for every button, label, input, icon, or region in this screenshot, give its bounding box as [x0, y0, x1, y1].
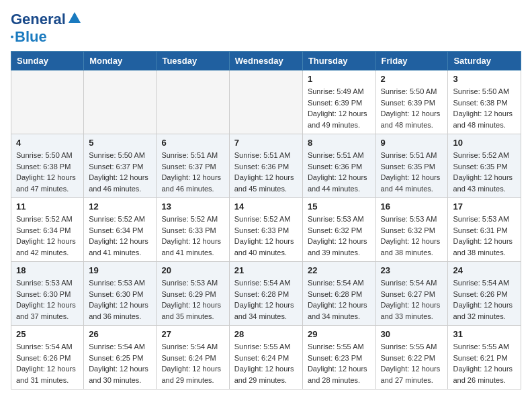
- calendar-week-1: 1Sunrise: 5:49 AM Sunset: 6:39 PM Daylig…: [11, 71, 521, 134]
- calendar-cell: [229, 71, 302, 134]
- day-info: Sunrise: 5:54 AM Sunset: 6:28 PM Dayligh…: [234, 277, 298, 322]
- calendar-cell: 19Sunrise: 5:53 AM Sunset: 6:30 PM Dayli…: [84, 262, 157, 326]
- calendar-cell: [157, 71, 229, 134]
- day-number: 17: [453, 201, 516, 212]
- day-number: 15: [308, 201, 371, 212]
- day-info: Sunrise: 5:52 AM Sunset: 6:33 PM Dayligh…: [161, 214, 224, 258]
- day-info: Sunrise: 5:54 AM Sunset: 6:24 PM Dayligh…: [161, 341, 224, 385]
- day-info: Sunrise: 5:55 AM Sunset: 6:21 PM Dayligh…: [453, 341, 516, 385]
- day-number: 21: [234, 265, 298, 275]
- day-info: Sunrise: 5:54 AM Sunset: 6:26 PM Dayligh…: [16, 341, 79, 385]
- day-number: 14: [234, 201, 298, 212]
- calendar-cell: 10Sunrise: 5:52 AM Sunset: 6:35 PM Dayli…: [448, 134, 521, 198]
- day-number: 22: [308, 265, 371, 275]
- calendar-cell: 8Sunrise: 5:51 AM Sunset: 6:36 PM Daylig…: [302, 134, 375, 198]
- day-info: Sunrise: 5:52 AM Sunset: 6:35 PM Dayligh…: [453, 150, 516, 194]
- day-info: Sunrise: 5:51 AM Sunset: 6:37 PM Dayligh…: [161, 150, 224, 194]
- day-number: 9: [381, 138, 443, 148]
- logo-triangle-icon: [69, 12, 81, 24]
- day-number: 16: [381, 201, 443, 212]
- day-info: Sunrise: 5:53 AM Sunset: 6:30 PM Dayligh…: [16, 277, 79, 322]
- day-info: Sunrise: 5:53 AM Sunset: 6:29 PM Dayligh…: [161, 277, 224, 322]
- day-info: Sunrise: 5:52 AM Sunset: 6:34 PM Dayligh…: [16, 214, 79, 258]
- day-number: 26: [89, 329, 151, 339]
- day-info: Sunrise: 5:54 AM Sunset: 6:25 PM Dayligh…: [89, 341, 151, 385]
- day-number: 12: [89, 201, 151, 212]
- day-info: Sunrise: 5:55 AM Sunset: 6:24 PM Dayligh…: [234, 341, 298, 385]
- calendar-cell: 28Sunrise: 5:55 AM Sunset: 6:24 PM Dayli…: [229, 326, 302, 390]
- day-number: 30: [381, 329, 443, 339]
- day-info: Sunrise: 5:50 AM Sunset: 6:38 PM Dayligh…: [453, 86, 516, 130]
- day-info: Sunrise: 5:52 AM Sunset: 6:33 PM Dayligh…: [234, 214, 298, 258]
- calendar-cell: 22Sunrise: 5:54 AM Sunset: 6:28 PM Dayli…: [302, 262, 375, 326]
- day-number: 18: [16, 265, 79, 275]
- calendar-cell: 9Sunrise: 5:51 AM Sunset: 6:35 PM Daylig…: [375, 134, 448, 198]
- calendar-cell: 4Sunrise: 5:50 AM Sunset: 6:38 PM Daylig…: [11, 134, 84, 198]
- day-number: 1: [308, 74, 371, 84]
- day-number: 6: [161, 138, 224, 148]
- day-number: 11: [16, 201, 79, 212]
- calendar-cell: 11Sunrise: 5:52 AM Sunset: 6:34 PM Dayli…: [11, 198, 84, 262]
- calendar-cell: 24Sunrise: 5:54 AM Sunset: 6:26 PM Dayli…: [448, 262, 521, 326]
- calendar-cell: 29Sunrise: 5:55 AM Sunset: 6:23 PM Dayli…: [302, 326, 375, 390]
- calendar-cell: 6Sunrise: 5:51 AM Sunset: 6:37 PM Daylig…: [157, 134, 229, 198]
- day-header-wednesday: Wednesday: [229, 52, 302, 71]
- calendar-cell: 2Sunrise: 5:50 AM Sunset: 6:39 PM Daylig…: [375, 71, 448, 134]
- calendar-header-row: SundayMondayTuesdayWednesdayThursdayFrid…: [11, 52, 521, 71]
- day-info: Sunrise: 5:50 AM Sunset: 6:37 PM Dayligh…: [89, 150, 151, 194]
- calendar-cell: 27Sunrise: 5:54 AM Sunset: 6:24 PM Dayli…: [157, 326, 229, 390]
- day-number: 19: [89, 265, 151, 275]
- day-number: 13: [161, 201, 224, 212]
- day-header-thursday: Thursday: [302, 52, 375, 71]
- day-number: 23: [381, 265, 443, 275]
- day-header-saturday: Saturday: [448, 52, 521, 71]
- day-number: 5: [89, 138, 151, 148]
- day-info: Sunrise: 5:51 AM Sunset: 6:35 PM Dayligh…: [381, 150, 443, 194]
- calendar-cell: [11, 71, 84, 134]
- day-number: 25: [16, 329, 79, 339]
- day-info: Sunrise: 5:51 AM Sunset: 6:36 PM Dayligh…: [234, 150, 298, 194]
- calendar-cell: 23Sunrise: 5:54 AM Sunset: 6:27 PM Dayli…: [375, 262, 448, 326]
- calendar-cell: 25Sunrise: 5:54 AM Sunset: 6:26 PM Dayli…: [11, 326, 84, 390]
- day-info: Sunrise: 5:54 AM Sunset: 6:26 PM Dayligh…: [453, 277, 516, 322]
- day-info: Sunrise: 5:53 AM Sunset: 6:31 PM Dayligh…: [453, 214, 516, 258]
- calendar-cell: 18Sunrise: 5:53 AM Sunset: 6:30 PM Dayli…: [11, 262, 84, 326]
- header: General Blue: [11, 11, 521, 46]
- day-info: Sunrise: 5:49 AM Sunset: 6:39 PM Dayligh…: [308, 86, 371, 130]
- day-number: 3: [453, 74, 516, 84]
- day-info: Sunrise: 5:55 AM Sunset: 6:23 PM Dayligh…: [308, 341, 371, 385]
- calendar-table: SundayMondayTuesdayWednesdayThursdayFrid…: [11, 51, 521, 390]
- day-header-monday: Monday: [84, 52, 157, 71]
- day-number: 28: [234, 329, 298, 339]
- svg-marker-0: [69, 12, 81, 23]
- day-header-friday: Friday: [375, 52, 448, 71]
- day-info: Sunrise: 5:50 AM Sunset: 6:39 PM Dayligh…: [381, 86, 443, 130]
- calendar-cell: 26Sunrise: 5:54 AM Sunset: 6:25 PM Dayli…: [84, 326, 157, 390]
- day-info: Sunrise: 5:55 AM Sunset: 6:22 PM Dayligh…: [381, 341, 443, 385]
- calendar-cell: 31Sunrise: 5:55 AM Sunset: 6:21 PM Dayli…: [448, 326, 521, 390]
- calendar-cell: 7Sunrise: 5:51 AM Sunset: 6:36 PM Daylig…: [229, 134, 302, 198]
- calendar-cell: 5Sunrise: 5:50 AM Sunset: 6:37 PM Daylig…: [84, 134, 157, 198]
- calendar-week-3: 11Sunrise: 5:52 AM Sunset: 6:34 PM Dayli…: [11, 198, 521, 262]
- day-header-sunday: Sunday: [11, 52, 84, 71]
- day-info: Sunrise: 5:54 AM Sunset: 6:28 PM Dayligh…: [308, 277, 371, 322]
- logo-blue: Blue: [15, 28, 47, 46]
- day-info: Sunrise: 5:53 AM Sunset: 6:32 PM Dayligh…: [308, 214, 371, 258]
- day-number: 24: [453, 265, 516, 275]
- day-number: 2: [381, 74, 443, 84]
- day-number: 10: [453, 138, 516, 148]
- day-info: Sunrise: 5:52 AM Sunset: 6:34 PM Dayligh…: [89, 214, 151, 258]
- calendar-cell: 16Sunrise: 5:53 AM Sunset: 6:32 PM Dayli…: [375, 198, 448, 262]
- logo-general: General: [11, 11, 66, 28]
- calendar-cell: 3Sunrise: 5:50 AM Sunset: 6:38 PM Daylig…: [448, 71, 521, 134]
- day-info: Sunrise: 5:53 AM Sunset: 6:32 PM Dayligh…: [381, 214, 443, 258]
- day-number: 27: [161, 329, 224, 339]
- calendar-cell: 1Sunrise: 5:49 AM Sunset: 6:39 PM Daylig…: [302, 71, 375, 134]
- day-number: 4: [16, 138, 79, 148]
- calendar-week-2: 4Sunrise: 5:50 AM Sunset: 6:38 PM Daylig…: [11, 134, 521, 198]
- calendar-cell: 15Sunrise: 5:53 AM Sunset: 6:32 PM Dayli…: [302, 198, 375, 262]
- day-number: 20: [161, 265, 224, 275]
- calendar-cell: 14Sunrise: 5:52 AM Sunset: 6:33 PM Dayli…: [229, 198, 302, 262]
- calendar-cell: 17Sunrise: 5:53 AM Sunset: 6:31 PM Dayli…: [448, 198, 521, 262]
- day-number: 31: [453, 329, 516, 339]
